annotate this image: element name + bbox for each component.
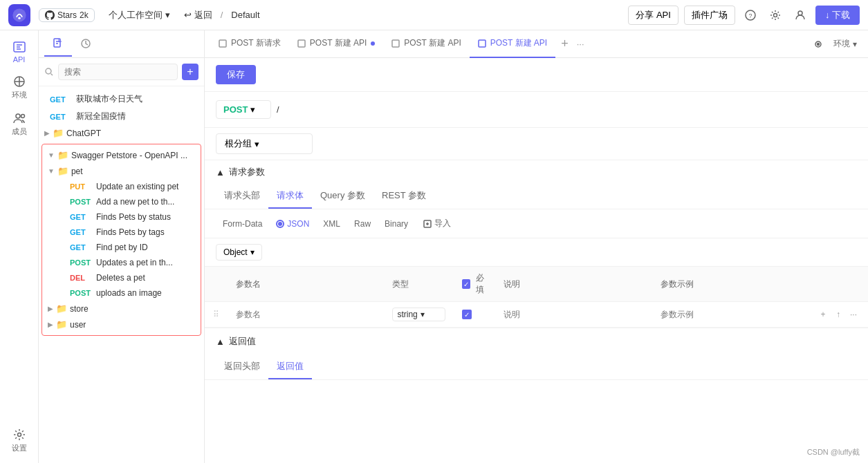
env-selector[interactable]: 环境 ▾ [828, 38, 862, 50]
tab-new-api-2[interactable]: POST 新建 API [383, 30, 469, 58]
ptab-query[interactable]: Query 参数 [312, 184, 373, 209]
tree-item-get-pet-id[interactable]: GET Find pet by ID [42, 240, 201, 255]
bftab-raw[interactable]: Raw [347, 216, 378, 232]
tree-item-post-pet[interactable]: POST Add a new pet to th... [42, 194, 201, 209]
svg-point-10 [17, 433, 21, 437]
tab-label: POST 新建 API [310, 37, 367, 49]
tree-group-header[interactable]: ▼ 📁 Swagger Petstore - OpenAPI ... [42, 147, 201, 163]
tree-item-weather[interactable]: GET 获取城市今日天气 [39, 91, 204, 108]
params-section: ▲ 请求参数 请求头部 请求体 Query 参数 REST 参数 [205, 160, 868, 328]
object-select[interactable]: Object ▾ [216, 244, 262, 261]
param-name-input[interactable] [236, 310, 376, 319]
return-section-header[interactable]: ▲ 返回值 [205, 328, 868, 355]
method-badge-post: POST [70, 289, 93, 297]
settings-icon-button[interactable] [766, 6, 785, 25]
bftab-xml[interactable]: XML [316, 216, 347, 232]
import-button[interactable]: 导入 [418, 215, 456, 232]
file-panel-tabs [39, 30, 204, 58]
tree-folder-pet[interactable]: ▼ 📁 pet [42, 163, 201, 179]
file-tab-files[interactable] [44, 32, 72, 57]
svg-point-0 [12, 8, 26, 21]
drag-handle-icon[interactable]: ⠿ [213, 310, 219, 319]
bftab-json[interactable]: JSON [269, 216, 316, 232]
tree-item-del-pet[interactable]: DEL Deletes a pet [42, 270, 201, 285]
ptab-rest[interactable]: REST 参数 [373, 184, 434, 209]
method-badge-get: GET [70, 228, 93, 236]
tree-group-label: Swagger Petstore - OpenAPI ... [71, 151, 187, 160]
svg-point-1 [18, 17, 20, 19]
chevron-right-icon: ▶ [48, 321, 53, 328]
user-icon-button[interactable] [791, 6, 810, 25]
tab-more-button[interactable]: ··· [574, 39, 587, 49]
folder-icon: 📁 [56, 319, 67, 330]
workspace-button[interactable]: 个人工作空间 ▾ [103, 6, 176, 24]
help-icon-button[interactable]: ? [741, 6, 760, 25]
tree-group-swagger: ▼ 📁 Swagger Petstore - OpenAPI ... ▼ 📁 p… [41, 144, 201, 336]
required-checkbox[interactable] [462, 279, 470, 289]
stars-count: 2k [80, 10, 89, 20]
save-button[interactable]: 保存 [216, 65, 256, 84]
tab-new-api-1[interactable]: POST 新建 API [289, 30, 383, 58]
param-example-input[interactable] [661, 310, 800, 319]
bftab-form-data[interactable]: Form-Data [216, 216, 269, 232]
sidebar-item-env[interactable]: 环境 [3, 70, 36, 104]
preview-icon-button[interactable] [809, 35, 828, 54]
body-format-tabs: Form-Data JSON XML Raw Binary [205, 209, 868, 238]
tab-new-request[interactable]: POST 新请求 [210, 30, 289, 58]
chevron-right-icon: ▶ [44, 129, 50, 137]
ptab-body[interactable]: 请求体 [268, 184, 312, 209]
tree-item-covid[interactable]: GET 新冠全国疫情 [39, 108, 204, 125]
svg-point-9 [21, 115, 24, 118]
tree-item-label: Update an existing pet [96, 182, 178, 191]
file-tab-history[interactable] [72, 32, 100, 57]
back-button[interactable]: ↩ 返回 [184, 9, 212, 21]
sidebar-item-member[interactable]: 成员 [3, 107, 36, 141]
method-badge-put: PUT [70, 182, 93, 191]
tree-item-post-update-pet[interactable]: POST Updates a pet in th... [42, 255, 201, 270]
search-icon [44, 67, 54, 77]
tree-item-label: 新冠全国疫情 [76, 111, 126, 122]
params-section-header[interactable]: ▲ 请求参数 [205, 160, 868, 184]
rtab-value[interactable]: 返回值 [268, 355, 312, 379]
add-param-button[interactable]: + [817, 308, 829, 321]
row-required-checkbox[interactable] [462, 310, 472, 319]
tree: GET 获取城市今日天气 GET 新冠全国疫情 ▶ 📁 ChatGPT ▼ 📁 … [39, 86, 204, 463]
sidebar-item-api[interactable]: API [3, 36, 36, 68]
plugin-button[interactable]: 插件广场 [684, 6, 735, 25]
tree-item-get-pets-tags[interactable]: GET Finds Pets by tags [42, 225, 201, 240]
sidebar-item-settings[interactable]: 设置 [3, 424, 36, 457]
params-table: 参数名 类型 必填 说明 参数示例 [205, 267, 868, 328]
tree-folder-user[interactable]: ▶ 📁 user [42, 316, 201, 332]
add-api-button[interactable]: + [182, 64, 198, 80]
github-badge[interactable]: Stars 2k [39, 8, 95, 22]
type-select[interactable]: string ▾ [392, 308, 445, 321]
search-input[interactable] [58, 64, 178, 80]
collapse-icon: ▲ [216, 337, 225, 347]
tree-item-label: Add a new pet to th... [96, 197, 174, 207]
share-api-button[interactable]: 分享 API [628, 6, 678, 25]
tree-item-put-pet[interactable]: PUT Update an existing pet [42, 179, 201, 194]
url-input[interactable] [277, 102, 857, 117]
ptab-label: 请求头部 [224, 190, 260, 200]
group-select[interactable]: 根分组 ▾ [216, 133, 313, 154]
tree-folder-label: ChatGPT [66, 129, 101, 138]
bftab-binary[interactable]: Binary [378, 216, 415, 232]
rtab-headers[interactable]: 返回头部 [216, 355, 268, 379]
file-icon [297, 39, 306, 48]
tree-item-post-upload[interactable]: POST uploads an image [42, 285, 201, 301]
chevron-down-icon: ▼ [48, 167, 55, 175]
tab-new-api-3[interactable]: POST 新建 API [470, 30, 555, 58]
params-section-label: 请求参数 [229, 166, 265, 178]
content-area: POST 新请求 POST 新建 API POST 新建 API POST 新建… [205, 30, 868, 463]
tree-folder-store[interactable]: ▶ 📁 store [42, 301, 201, 316]
tree-folder-chatgpt[interactable]: ▶ 📁 ChatGPT [39, 125, 204, 141]
sidebar-settings-label: 设置 [12, 443, 27, 453]
more-options-button[interactable]: ··· [847, 308, 860, 321]
tab-add-button[interactable]: + [555, 37, 574, 51]
ptab-headers[interactable]: 请求头部 [216, 184, 268, 209]
tree-item-get-pets-status[interactable]: GET Finds Pets by status [42, 209, 201, 225]
param-desc-input[interactable] [504, 310, 643, 319]
move-up-button[interactable]: ↑ [832, 308, 844, 321]
method-select[interactable]: POST ▾ [216, 100, 271, 119]
download-button[interactable]: ↓ 下载 [815, 6, 860, 25]
